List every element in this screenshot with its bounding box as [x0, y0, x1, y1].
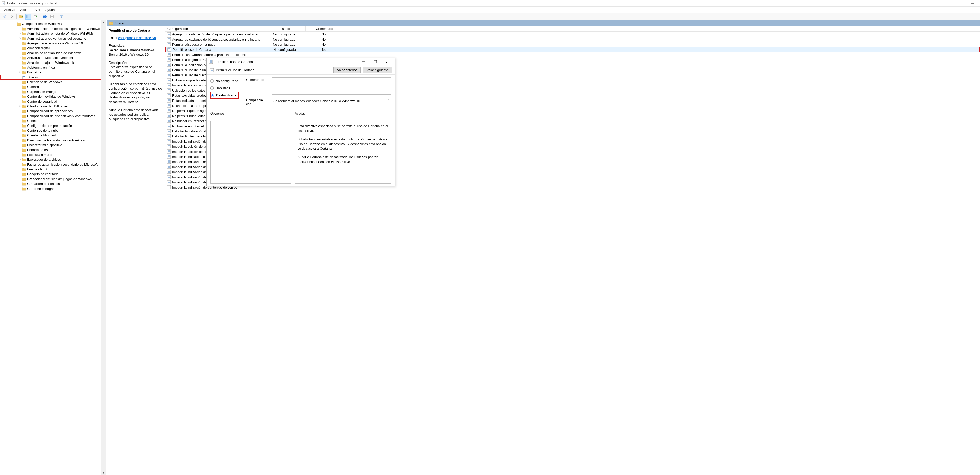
dialog-titlebar[interactable]: Permitir el uso de Cortana	[207, 58, 395, 65]
tree-item[interactable]: >Administración remota de Windows (WinRM…	[0, 31, 106, 36]
minimize-button[interactable]	[967, 0, 978, 6]
tree-item[interactable]: Encontrar mi dispositivo	[0, 143, 106, 148]
help-button[interactable]: ?	[42, 14, 48, 20]
scroll-up-icon[interactable]: ▴	[101, 21, 106, 25]
radio-not-configured[interactable]: No configurada	[210, 77, 241, 84]
policy-row[interactable]: Agregar una ubicación de búsqueda primar…	[165, 32, 980, 37]
tree-item[interactable]: Área de trabajo de Windows Ink	[0, 60, 106, 65]
tree-item[interactable]: Contenido de la nube	[0, 128, 106, 133]
tree-item[interactable]: Factor de autenticación secundario de Mi…	[0, 162, 106, 167]
tree-item[interactable]: >Antivirus de Microsoft Defender	[0, 56, 106, 60]
folder-icon	[22, 129, 26, 132]
tree-item[interactable]: Administración de derechos digitales de …	[0, 26, 106, 31]
policy-state: No configurada	[262, 38, 306, 41]
tree-item[interactable]: Almacén digital	[0, 46, 106, 51]
policy-icon	[167, 175, 171, 179]
tree-item[interactable]: >Explorador de archivos	[0, 157, 106, 162]
tree-item[interactable]: Cámara	[0, 84, 106, 89]
policy-row[interactable]: Permitir búsqueda en la nubeNo configura…	[165, 42, 980, 47]
tree-root[interactable]: ⌄ Componentes de Windows	[0, 21, 106, 26]
tree-item[interactable]: Compatibilidad de dispositivos y control…	[0, 113, 106, 118]
tree-item[interactable]: Grabación y difusión de juegos de Window…	[0, 176, 106, 181]
policy-row[interactable]: Permitir usar Cortana sobre la pantalla …	[165, 52, 980, 57]
tree-item[interactable]: Agregar características a Windows 10	[0, 41, 106, 46]
comment-textarea[interactable]	[272, 77, 391, 95]
tree-item[interactable]: Análisis de confiabilidad de Windows	[0, 51, 106, 56]
chevron-up-icon[interactable]: ˄	[388, 99, 390, 102]
tree-item[interactable]: >Biometría	[0, 70, 106, 75]
properties-button[interactable]	[49, 14, 55, 20]
tree-item[interactable]: Escritura a mano	[0, 152, 106, 157]
tree-item[interactable]: Carpetas de trabajo	[0, 89, 106, 94]
filter-button[interactable]	[59, 14, 65, 20]
policy-icon	[167, 42, 171, 46]
policy-icon	[167, 94, 171, 97]
export-button[interactable]	[32, 14, 38, 20]
chevron-right-icon[interactable]: >	[18, 56, 22, 59]
policy-row[interactable]: Agregar ubicaciones de búsqueda secundar…	[165, 37, 980, 42]
menu-ver[interactable]: Ver	[33, 7, 43, 12]
tree-item[interactable]: Asistencia en línea	[0, 65, 106, 70]
chevron-right-icon[interactable]: >	[18, 158, 22, 161]
compat-label: Compatible con:	[246, 98, 269, 106]
dialog-minimize-button[interactable]	[358, 58, 369, 65]
dialog-close-button[interactable]	[381, 58, 393, 65]
radio-enabled[interactable]: Habilitada	[210, 84, 241, 92]
forward-button[interactable]	[9, 14, 15, 20]
prev-setting-button[interactable]: Valor anterior	[333, 67, 361, 73]
menu-accion[interactable]: Acción	[18, 7, 33, 12]
col-config[interactable]: Configuración	[165, 26, 262, 32]
tree-item-label: Buscar	[27, 75, 38, 79]
tree-scrollbar[interactable]	[101, 21, 106, 475]
col-comment[interactable]: Comentario	[306, 26, 342, 32]
tree-item[interactable]: Gadgets de escritorio	[0, 172, 106, 176]
tree-item[interactable]: Directivas de Reproducción automática	[0, 138, 106, 143]
next-setting-button[interactable]: Valor siguiente	[363, 67, 392, 73]
tree-item-label: Administración remota de Windows (WinRM)	[27, 32, 93, 35]
tree-item[interactable]: Entrada de texto	[0, 148, 106, 152]
show-hide-tree-button[interactable]	[25, 14, 32, 20]
policy-icon	[167, 145, 171, 148]
scroll-down-icon[interactable]: ▾	[101, 471, 106, 475]
policy-row[interactable]: Permitir el uso de CortanaNo configurada…	[165, 47, 980, 52]
svg-text:?: ?	[44, 14, 46, 18]
policy-icon	[167, 73, 171, 77]
policy-comment: No	[306, 48, 342, 51]
tree-item[interactable]: Centro de seguridad	[0, 99, 106, 104]
tree-item[interactable]: Configuración de presentación	[0, 123, 106, 128]
tree-item-label: Área de trabajo de Windows Ink	[27, 61, 74, 65]
radio-disabled[interactable]: Deshabilitada	[210, 92, 239, 99]
tree-item[interactable]: Conectar	[0, 118, 106, 123]
tree-item[interactable]: >Administrador de ventanas del escritori…	[0, 36, 106, 41]
main-split: ⌄ Componentes de Windows Administración …	[0, 21, 980, 475]
up-button[interactable]	[18, 14, 24, 20]
chevron-right-icon[interactable]: >	[18, 37, 22, 40]
menu-archivo[interactable]: Archivo	[2, 7, 18, 12]
tree-item[interactable]: Calendario de Windows	[0, 79, 106, 84]
tree-item[interactable]: Centro de movilidad de Windows	[0, 94, 106, 99]
tree-item[interactable]: >Cifrado de unidad BitLocker	[0, 104, 106, 109]
radio-enabled-input[interactable]	[210, 86, 213, 90]
help-label: Ayuda:	[295, 111, 391, 115]
radio-disabled-input[interactable]	[211, 94, 214, 97]
chevron-down-icon[interactable]: ⌄	[13, 22, 17, 25]
chevron-right-icon[interactable]: >	[18, 32, 22, 35]
tree-item[interactable]: Grupo en el hogar	[0, 186, 106, 191]
tree-item[interactable]: Fuentes RSS	[0, 167, 106, 172]
dialog-title: Permitir el uso de Cortana	[215, 60, 253, 64]
menu-ayuda[interactable]: Ayuda	[43, 7, 57, 12]
chevron-right-icon[interactable]: >	[18, 105, 22, 108]
tree-item-label: Conectar	[27, 119, 41, 123]
tree-item[interactable]: Compatibilidad de aplicaciones	[0, 109, 106, 113]
folder-icon	[22, 182, 26, 186]
chevron-right-icon[interactable]: >	[18, 71, 22, 74]
tree-item[interactable]: Cuenta de Microsoft	[0, 133, 106, 138]
back-button[interactable]	[2, 14, 8, 20]
radio-not-configured-input[interactable]	[210, 79, 213, 83]
edit-policy-link[interactable]: configuración de directiva	[118, 36, 156, 40]
tree-item[interactable]: Grabadora de sonidos	[0, 181, 106, 186]
col-state[interactable]: Estado	[262, 26, 306, 32]
tree-item-label: Centro de movilidad de Windows	[27, 95, 76, 98]
dialog-maximize-button[interactable]	[369, 58, 381, 65]
tree-item[interactable]: Buscar	[0, 75, 106, 79]
